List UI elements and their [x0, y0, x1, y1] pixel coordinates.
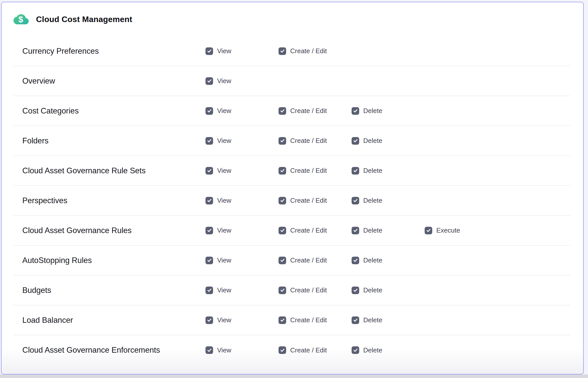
resource-label: Cloud Asset Governance Enforcements: [22, 346, 205, 355]
permission-label: Delete: [363, 226, 382, 234]
permission-label: View: [217, 197, 231, 204]
permission-label: Create / Edit: [290, 137, 327, 145]
check-icon: [207, 168, 212, 173]
checkbox-delete[interactable]: [352, 287, 359, 294]
permission-cell-create-edit: Create / Edit: [279, 197, 352, 204]
check-icon: [280, 138, 285, 143]
permission-label: View: [217, 316, 231, 324]
resource-label: Cloud Asset Governance Rule Sets: [22, 166, 205, 175]
permission-label: Delete: [363, 316, 382, 324]
checkbox-delete[interactable]: [352, 227, 359, 234]
permission-row: Budgets ViewCreate / EditDelete: [13, 275, 570, 305]
checkbox-create-edit[interactable]: [279, 47, 286, 55]
permission-cell-delete: Delete: [352, 286, 425, 294]
permission-row: Perspectives ViewCreate / EditDelete: [13, 186, 570, 216]
permission-label: View: [217, 137, 231, 145]
checkbox-delete[interactable]: [352, 257, 359, 264]
permission-cell-create-edit: Create / Edit: [279, 167, 352, 175]
resource-label: Budgets: [22, 286, 205, 295]
permission-label: View: [217, 286, 231, 294]
permission-cell-create-edit: Create / Edit: [279, 226, 352, 234]
checkbox-delete[interactable]: [352, 107, 359, 115]
permission-label: View: [217, 226, 231, 234]
ccm-permissions-card: $ Cloud Cost Management Currency Prefere…: [1, 2, 584, 374]
check-icon: [280, 258, 285, 263]
checkbox-view[interactable]: [205, 346, 213, 354]
permission-cell-delete: Delete: [352, 197, 425, 204]
permission-label: Delete: [363, 167, 382, 175]
checkbox-create-edit[interactable]: [279, 287, 286, 294]
checkbox-execute[interactable]: [425, 227, 432, 234]
check-icon: [353, 198, 358, 203]
dollar-glyph: $: [19, 14, 23, 24]
permission-cell-create-edit: Create / Edit: [279, 316, 352, 324]
checkbox-create-edit[interactable]: [279, 316, 286, 324]
permission-label: View: [217, 47, 231, 55]
checkbox-delete[interactable]: [352, 137, 359, 145]
page-bottom-strip: [0, 374, 588, 378]
permission-row: Currency Preferences ViewCreate / Edit: [13, 36, 570, 66]
permission-label: View: [217, 167, 231, 175]
permission-label: Execute: [436, 226, 460, 234]
resource-label: AutoStopping Rules: [22, 256, 205, 265]
checkbox-view[interactable]: [205, 167, 213, 175]
checkbox-create-edit[interactable]: [279, 197, 286, 204]
checkbox-delete[interactable]: [352, 167, 359, 175]
check-icon: [280, 348, 285, 353]
check-icon: [280, 108, 285, 113]
resource-label: Perspectives: [22, 196, 205, 205]
check-icon: [207, 348, 212, 353]
checkbox-create-edit[interactable]: [279, 257, 286, 264]
checkbox-create-edit[interactable]: [279, 137, 286, 145]
permission-cell-view: View: [205, 77, 279, 85]
check-icon: [353, 228, 358, 233]
permission-cell-create-edit: Create / Edit: [279, 346, 352, 354]
checkbox-view[interactable]: [205, 107, 213, 115]
permission-cell-create-edit: Create / Edit: [279, 137, 352, 145]
permission-row: Load Balancer ViewCreate / EditDelete: [13, 305, 570, 335]
permission-cell-create-edit: Create / Edit: [279, 286, 352, 294]
permission-cell-delete: Delete: [352, 256, 425, 264]
checkbox-create-edit[interactable]: [279, 107, 286, 115]
check-icon: [207, 108, 212, 113]
checkbox-delete[interactable]: [352, 346, 359, 354]
check-icon: [207, 288, 212, 293]
check-icon: [280, 168, 285, 173]
checkbox-view[interactable]: [205, 197, 213, 204]
permission-label: View: [217, 346, 231, 354]
checkbox-view[interactable]: [205, 287, 213, 294]
checkbox-view[interactable]: [205, 227, 213, 234]
permission-row: AutoStopping Rules ViewCreate / EditDele…: [13, 245, 570, 275]
check-icon: [280, 49, 285, 53]
checkbox-view[interactable]: [205, 47, 213, 55]
permission-label: Create / Edit: [290, 316, 327, 324]
permission-cell-delete: Delete: [352, 107, 425, 115]
checkbox-delete[interactable]: [352, 316, 359, 324]
check-icon: [207, 228, 212, 233]
permission-label: Create / Edit: [290, 226, 327, 234]
check-icon: [280, 198, 285, 203]
checkbox-view[interactable]: [205, 257, 213, 264]
check-icon: [207, 318, 212, 323]
permission-label: Delete: [363, 346, 382, 354]
checkbox-delete[interactable]: [352, 197, 359, 204]
permission-cell-create-edit: Create / Edit: [279, 107, 352, 115]
permission-row: Cloud Asset Governance Rule Sets ViewCre…: [13, 156, 570, 186]
check-icon: [280, 288, 285, 293]
checkbox-create-edit[interactable]: [279, 167, 286, 175]
resource-label: Folders: [22, 136, 205, 145]
check-icon: [353, 318, 358, 323]
permission-cell-view: View: [205, 256, 279, 264]
check-icon: [207, 258, 212, 263]
permission-label: Delete: [363, 286, 382, 294]
permission-cell-view: View: [205, 226, 279, 234]
checkbox-view[interactable]: [205, 137, 213, 145]
checkbox-view[interactable]: [205, 77, 213, 85]
permission-row: Folders ViewCreate / EditDelete: [13, 126, 570, 156]
check-icon: [207, 49, 212, 53]
checkbox-create-edit[interactable]: [279, 227, 286, 234]
permission-cell-delete: Delete: [352, 346, 425, 354]
checkbox-view[interactable]: [205, 316, 213, 324]
permission-cell-view: View: [205, 346, 279, 354]
checkbox-create-edit[interactable]: [279, 346, 286, 354]
